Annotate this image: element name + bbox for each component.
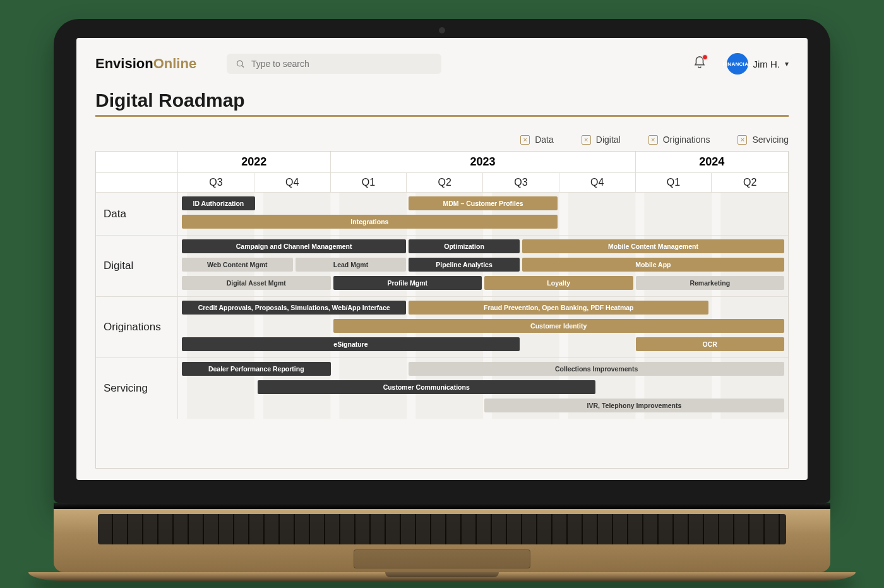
category-body: Dealer Performance ReportingCollections …	[178, 358, 788, 419]
category-digital: Digital	[96, 236, 178, 296]
legend-label: Data	[535, 135, 554, 145]
gantt-bar[interactable]: Mobile App	[522, 258, 784, 272]
gantt-bar[interactable]: Credit Approvals, Proposals, Simulations…	[182, 301, 406, 315]
year-header: 2024	[636, 152, 789, 172]
quarter-header: Q3	[178, 173, 254, 192]
app-screen: EnvisionOnline FINANCIAL Jim H. ▾ Digita	[76, 38, 808, 480]
gantt-bar[interactable]: Optimization	[409, 239, 520, 253]
legend-label: Digital	[596, 135, 621, 145]
gantt-bar[interactable]: MDM – Customer Profiles	[409, 196, 558, 210]
gantt-bar[interactable]: Digital Asset Mgmt	[182, 276, 331, 290]
page-title: Digital Roadmap	[95, 90, 789, 117]
gantt-bar[interactable]: Pipeline Analytics	[409, 258, 520, 272]
quarter-header: Q1	[636, 173, 712, 192]
chevron-down-icon: ▾	[785, 59, 789, 68]
year-header: 2023	[331, 152, 636, 172]
gantt-bar[interactable]: Loyalty	[484, 276, 633, 290]
gantt-bar[interactable]: Mobile Content Management	[522, 239, 784, 253]
camera-icon	[439, 27, 445, 33]
logo-part2: Online	[153, 56, 196, 71]
category-body: ID AuthorizationMDM – Customer ProfilesI…	[178, 193, 788, 235]
user-name: Jim H.	[753, 59, 780, 69]
search-icon	[236, 59, 245, 69]
legend-label: Servicing	[752, 135, 789, 145]
avatar: FINANCIAL	[727, 53, 748, 75]
gantt-bar[interactable]: Fraud Prevention, Open Banking, PDF Heat…	[409, 301, 708, 315]
legend-item-data[interactable]: ×Data	[520, 135, 554, 145]
gantt-bar[interactable]: Lead Mgmt	[296, 258, 407, 272]
gantt-bar[interactable]: Profile Mgmt	[333, 276, 482, 290]
category-body: Campaign and Channel ManagementOptimizat…	[178, 236, 788, 296]
quarter-header: Q2	[407, 173, 483, 192]
checkbox-icon: ×	[648, 135, 658, 145]
gantt-bar[interactable]: ID Authorization	[182, 196, 255, 210]
checkbox-icon: ×	[738, 135, 747, 145]
keyboard-icon	[98, 514, 786, 544]
legend: ×Data×Digital×Originations×Servicing	[95, 135, 789, 145]
quarter-header: Q3	[483, 173, 559, 192]
search-input[interactable]	[251, 59, 433, 69]
category-body: Credit Approvals, Proposals, Simulations…	[178, 297, 788, 357]
gantt-bar[interactable]: Remarketing	[636, 276, 785, 290]
search-box[interactable]	[227, 54, 441, 74]
gantt-bar[interactable]: Campaign and Channel Management	[182, 239, 406, 253]
gantt-bar[interactable]: IVR, Telephony Improvements	[484, 399, 784, 412]
legend-item-servicing[interactable]: ×Servicing	[738, 135, 789, 145]
gantt-bar[interactable]: OCR	[636, 337, 785, 351]
gantt-bar[interactable]: Web Content Mgmt	[182, 258, 293, 272]
category-originations: Originations	[96, 297, 178, 357]
legend-label: Originations	[663, 135, 710, 145]
gantt-bar[interactable]: eSignature	[182, 337, 520, 351]
gantt-bar[interactable]: Integrations	[182, 215, 558, 229]
notification-dot-icon	[702, 54, 708, 60]
notifications-button[interactable]	[693, 56, 707, 72]
legend-item-digital[interactable]: ×Digital	[582, 135, 621, 145]
laptop-mockup: EnvisionOnline FINANCIAL Jim H. ▾ Digita	[54, 19, 830, 581]
logo: EnvisionOnline	[95, 56, 196, 72]
gantt-bar[interactable]: Collections Improvements	[409, 362, 784, 376]
svg-line-1	[242, 66, 244, 68]
roadmap-chart: 202220232024Q3Q4Q1Q2Q3Q4Q1Q2DataID Autho…	[95, 151, 789, 469]
checkbox-icon: ×	[582, 135, 591, 145]
gantt-bar[interactable]: Customer Communications	[258, 380, 595, 394]
quarter-header: Q1	[331, 173, 407, 192]
quarter-header: Q2	[712, 173, 788, 192]
category-data: Data	[96, 193, 178, 235]
trackpad-icon	[354, 549, 530, 568]
legend-item-originations[interactable]: ×Originations	[648, 135, 710, 145]
checkbox-icon: ×	[520, 135, 530, 145]
quarter-header: Q4	[254, 173, 331, 192]
svg-point-0	[237, 61, 243, 66]
app-header: EnvisionOnline FINANCIAL Jim H. ▾	[95, 53, 789, 75]
quarter-header: Q4	[559, 173, 636, 192]
gantt-bar[interactable]: Dealer Performance Reporting	[182, 362, 331, 376]
header-blank	[96, 173, 178, 192]
year-header: 2022	[178, 152, 331, 172]
header-blank	[96, 152, 178, 172]
category-servicing: Servicing	[96, 358, 178, 419]
logo-part1: Envision	[95, 56, 153, 71]
user-menu[interactable]: FINANCIAL Jim H. ▾	[718, 53, 789, 75]
gantt-bar[interactable]: Customer Identity	[333, 319, 785, 333]
